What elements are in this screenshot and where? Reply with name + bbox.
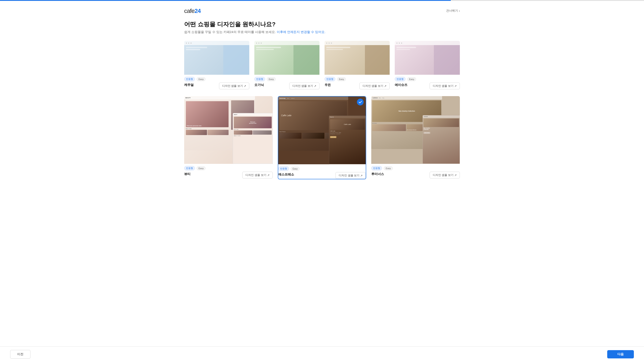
beauty-sample-button[interactable]: 디자인 샘플 보기 ↗: [242, 172, 272, 178]
desc-normal: 쉽게 쇼핑몰을 꾸밀 수 있는 카페24의 무료 테마를 사용해 보세요.: [184, 30, 277, 34]
organic-mockup: [254, 41, 320, 75]
external-link-icon-asia: ↗: [454, 84, 457, 88]
easy-badge-luminous: Easy: [384, 166, 392, 170]
easy-badge-espresso: Easy: [291, 167, 300, 171]
casual-name: 캐주얼: [184, 83, 194, 87]
responsive-badge-beauty: 반응형: [184, 166, 195, 170]
easy-badge-organic: Easy: [267, 77, 276, 81]
asia-sample-button[interactable]: 디자인 샘플 보기 ↗: [430, 83, 460, 89]
casual-mockup: [184, 41, 249, 75]
theme-preview-casual: [184, 41, 249, 75]
casual-badges: 반응형 Easy: [184, 77, 249, 81]
organic-name: 오가닉: [254, 83, 264, 87]
skip-link[interactable]: 건너뛰기 ›: [446, 9, 460, 13]
theme-preview-wood: [324, 41, 390, 75]
external-link-icon-beauty: ↗: [267, 173, 270, 177]
theme-preview-beauty: BEAUTY Find your personal color BEST ITE…: [184, 96, 273, 164]
luminous-name: 루미너스: [371, 172, 384, 176]
theme-card-beauty[interactable]: BEAUTY Find your personal color BEST ITE…: [184, 96, 273, 179]
prev-button[interactable]: 이전: [10, 350, 30, 358]
responsive-badge: 반응형: [184, 77, 195, 81]
beauty-name: 뷰티: [184, 172, 190, 176]
theme-card-luminous[interactable]: Luminous Menu Shop New Jewelry Collectio…: [371, 96, 460, 179]
beauty-card-footer: 뷰티 디자인 샘플 보기 ↗: [184, 172, 273, 178]
luminous-sample-button[interactable]: 디자인 샘플 보기 ↗: [430, 172, 460, 178]
theme-card-wood[interactable]: 반응형 Easy 우든 디자인 샘플 보기 ↗: [324, 41, 390, 89]
theme-grid-top: 반응형 Easy 캐주얼 디자인 샘플 보기 ↗: [184, 41, 460, 89]
beauty-badges: 반응형 Easy: [184, 166, 273, 170]
asia-mockup: [395, 41, 460, 75]
luminous-badges: 반응형 Easy: [371, 166, 460, 170]
easy-badge-wood: Easy: [337, 77, 346, 81]
external-link-icon-organic: ↗: [314, 84, 316, 88]
asia-card-footer: 에이슈즈 디자인 샘플 보기 ↗: [395, 83, 460, 89]
next-button[interactable]: 다음: [607, 350, 634, 358]
organic-card-footer: 오가닉 디자인 샘플 보기 ↗: [254, 83, 320, 89]
external-link-icon-luminous: ↗: [454, 173, 457, 177]
espresso-name: 에스프레소: [278, 172, 294, 176]
espresso-sample-button[interactable]: 디자인 샘플 보기 ↗: [336, 172, 366, 179]
external-link-icon: ↗: [244, 84, 246, 88]
selected-checkmark: [357, 99, 364, 105]
responsive-badge-espresso: 반응형: [278, 166, 289, 171]
responsive-badge-luminous: 반응형: [371, 166, 382, 170]
easy-badge-beauty: Easy: [197, 166, 206, 170]
asia-badges: 반응형 Easy: [395, 77, 460, 81]
wood-sample-button[interactable]: 디자인 샘플 보기 ↗: [360, 83, 390, 89]
chevron-right-icon: ›: [459, 9, 460, 13]
theme-preview-asia: [395, 41, 460, 75]
wood-card-footer: 우든 디자인 샘플 보기 ↗: [324, 83, 390, 89]
page-container: cafe24 건너뛰기 › 어떤 쇼핑몰 디자인을 원하시나요? 쉽게 쇼핑몰을…: [174, 1, 470, 209]
casual-card-footer: 캐주얼 디자인 샘플 보기 ↗: [184, 83, 249, 89]
espresso-badges: 반응형 Easy: [278, 166, 366, 171]
beauty-mockup: BEAUTY Find your personal color BEST ITE…: [184, 96, 273, 164]
responsive-badge-asia: 반응형: [395, 77, 406, 81]
page-title: 어떤 쇼핑몰 디자인을 원하시나요?: [184, 20, 460, 28]
espresso-card-footer: 에스프레소 디자인 샘플 보기 ↗: [278, 172, 366, 179]
logo: cafe24: [184, 8, 201, 15]
easy-badge: Easy: [197, 77, 206, 81]
wood-mockup: [324, 41, 390, 75]
theme-preview-organic: [254, 41, 320, 75]
casual-sample-button[interactable]: 디자인 샘플 보기 ↗: [219, 83, 249, 89]
responsive-badge-organic: 반응형: [254, 77, 265, 81]
wood-name: 우든: [324, 83, 331, 87]
organic-badges: 반응형 Easy: [254, 77, 320, 81]
luminous-card-footer: 루미너스 디자인 샘플 보기 ↗: [371, 172, 460, 178]
theme-grid-bottom: BEAUTY Find your personal color BEST ITE…: [184, 96, 460, 179]
skip-label: 건너뛰기: [446, 9, 458, 13]
external-link-icon-wood: ↗: [384, 84, 386, 88]
theme-card-asia[interactable]: 반응형 Easy 에이슈즈 디자인 샘플 보기 ↗: [395, 41, 460, 89]
wood-badges: 반응형 Easy: [324, 77, 390, 81]
organic-sample-button[interactable]: 디자인 샘플 보기 ↗: [289, 83, 320, 89]
easy-badge-asia: Easy: [407, 77, 416, 81]
responsive-badge-wood: 반응형: [324, 77, 335, 81]
page-desc: 쉽게 쇼핑몰을 꾸밀 수 있는 카페24의 무료 테마를 사용해 보세요. 이후…: [184, 30, 460, 34]
theme-preview-luminous: Luminous Menu Shop New Jewelry Collectio…: [371, 96, 460, 164]
theme-card-casual[interactable]: 반응형 Easy 캐주얼 디자인 샘플 보기 ↗: [184, 41, 249, 89]
theme-preview-espresso: Espresso☕ Menu Collection Caffe Latte Ne…: [278, 97, 366, 164]
theme-card-espresso[interactable]: Espresso☕ Menu Collection Caffe Latte Ne…: [278, 96, 366, 179]
desc-highlight: 이후에 언제든지 변경할 수 있어요.: [277, 30, 326, 34]
page-footer: 이전 다음: [0, 346, 644, 362]
theme-card-organic[interactable]: 반응형 Easy 오가닉 디자인 샘플 보기 ↗: [254, 41, 320, 89]
external-link-icon-espresso: ↗: [360, 174, 362, 177]
asia-name: 에이슈즈: [395, 83, 408, 87]
